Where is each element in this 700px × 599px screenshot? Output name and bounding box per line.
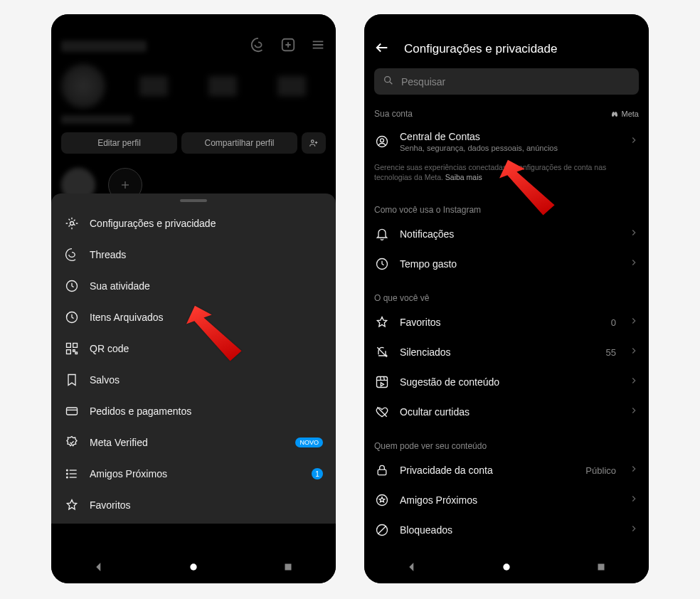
sheet-item-close-friends[interactable]: Amigos Próximos 1	[51, 458, 336, 489]
back-icon[interactable]	[374, 40, 390, 58]
new-badge: NOVO	[295, 438, 323, 447]
svg-point-40	[190, 563, 196, 570]
svg-line-57	[378, 526, 386, 534]
display-name	[61, 115, 132, 124]
chevron-right-icon	[629, 228, 639, 240]
svg-rect-27	[67, 344, 71, 348]
gear-icon	[64, 216, 80, 230]
settings-header: Configurações e privacidade	[364, 31, 649, 64]
svg-point-6	[312, 140, 314, 143]
chevron-right-icon	[629, 464, 639, 477]
sheet-item-threads[interactable]: Threads	[51, 239, 336, 270]
user-circle-icon	[374, 134, 390, 149]
svg-line-52	[384, 377, 385, 381]
nav-home-icon[interactable]	[189, 562, 198, 575]
sheet-item-activity[interactable]: Sua atividade	[51, 270, 336, 302]
svg-line-53	[377, 408, 386, 417]
android-nav-bar	[51, 553, 336, 583]
sheet-label: Itens Arquivados	[90, 312, 323, 323]
sheet-item-settings[interactable]: Configurações e privacidade	[51, 208, 336, 239]
create-icon[interactable]	[280, 37, 296, 55]
sheet-label: QR code	[90, 343, 323, 354]
phone-right: Configurações e privacidade Pesquisar Su…	[364, 14, 649, 583]
hide-likes-item[interactable]: Ocultar curtidas	[364, 397, 649, 427]
meta-brand: Meta	[610, 110, 639, 118]
bell-off-icon	[374, 345, 390, 359]
share-profile-button[interactable]: Compartilhar perfil	[181, 132, 297, 154]
sheet-label: Amigos Próximos	[90, 468, 302, 479]
card-icon	[64, 404, 80, 418]
blocked-item[interactable]: Bloqueados	[364, 515, 649, 545]
svg-point-38	[67, 473, 68, 475]
edit-profile-button[interactable]: Editar perfil	[61, 132, 177, 154]
section-what-you-see: O que você vê	[374, 293, 429, 303]
svg-point-24	[70, 222, 74, 226]
search-input[interactable]: Pesquisar	[374, 68, 639, 95]
posts-stat	[139, 76, 168, 96]
learn-more-link[interactable]: Saiba mais	[445, 173, 482, 181]
sheet-item-orders[interactable]: Pedidos e pagamentos	[51, 396, 336, 427]
sheet-item-qr[interactable]: QR code	[51, 333, 336, 364]
nav-home-icon[interactable]	[502, 562, 511, 575]
sheet-label: Salvos	[90, 374, 323, 386]
svg-rect-41	[285, 564, 291, 571]
chevron-right-icon	[629, 376, 639, 388]
qr-code-icon	[64, 341, 80, 356]
sheet-item-verified[interactable]: Meta Verified NOVO	[51, 427, 336, 458]
profile-header	[51, 31, 336, 58]
archive-icon	[64, 310, 80, 324]
bookmark-icon	[64, 373, 80, 387]
content-suggestion-item[interactable]: Sugestão de conteúdo	[364, 367, 649, 397]
avatar[interactable]	[61, 64, 105, 108]
svg-point-58	[503, 563, 509, 570]
svg-point-37	[67, 470, 68, 471]
android-nav-bar	[364, 553, 649, 583]
nav-recent-icon[interactable]	[282, 561, 295, 576]
threads-icon[interactable]	[250, 37, 266, 55]
section-usage: Como você usa o Instagram	[374, 205, 481, 215]
svg-point-43	[385, 77, 391, 83]
status-bar	[51, 14, 336, 31]
phone-left: Editar perfil Compartilhar perfil Novo	[51, 14, 336, 583]
time-spent-item[interactable]: Tempo gasto	[364, 249, 649, 279]
star-icon	[64, 498, 80, 512]
svg-rect-29	[67, 350, 71, 354]
svg-rect-54	[378, 470, 386, 475]
nav-back-icon[interactable]	[92, 561, 105, 576]
reels-icon	[374, 375, 390, 389]
svg-rect-31	[75, 352, 78, 354]
favorites-item[interactable]: Favoritos 0	[364, 307, 649, 337]
nav-recent-icon[interactable]	[595, 561, 608, 576]
sheet-label: Configurações e privacidade	[90, 218, 323, 229]
discover-people-button[interactable]	[302, 132, 326, 154]
bell-icon	[374, 227, 390, 241]
hamburger-menu-icon[interactable]	[310, 37, 326, 55]
sheet-item-archive[interactable]: Itens Arquivados	[51, 302, 336, 333]
svg-point-46	[381, 139, 384, 142]
section-your-account: Sua conta	[374, 109, 413, 119]
list-icon	[64, 467, 80, 481]
chevron-right-icon	[629, 316, 639, 329]
muted-item[interactable]: Silenciados 55	[364, 337, 649, 367]
nav-back-icon[interactable]	[405, 561, 418, 576]
chevron-right-icon	[629, 135, 639, 148]
star-icon	[374, 315, 390, 329]
sheet-handle[interactable]	[180, 199, 207, 202]
clock-icon	[374, 257, 390, 271]
close-friends-item[interactable]: Amigos Próximos	[364, 485, 649, 515]
block-icon	[374, 523, 390, 537]
bottom-sheet: Configurações e privacidade Threads Sua …	[51, 194, 336, 524]
svg-rect-30	[73, 350, 75, 352]
svg-line-44	[390, 82, 392, 84]
clock-activity-icon	[64, 279, 80, 293]
accounts-center-item[interactable]: Central de Contas Senha, segurança, dado…	[364, 123, 649, 160]
search-placeholder: Pesquisar	[401, 76, 445, 88]
account-privacy-item[interactable]: Privacidade da conta Público	[364, 455, 649, 485]
notifications-item[interactable]: Notificações	[364, 219, 649, 249]
username-redacted	[61, 41, 147, 52]
followers-stat	[208, 76, 237, 96]
sheet-item-favorites[interactable]: Favoritos	[51, 489, 336, 521]
accounts-center-title: Central de Contas	[400, 131, 619, 142]
sheet-item-saved[interactable]: Salvos	[51, 364, 336, 396]
accounts-center-subtitle: Senha, segurança, dados pessoais, anúnci…	[400, 144, 619, 152]
